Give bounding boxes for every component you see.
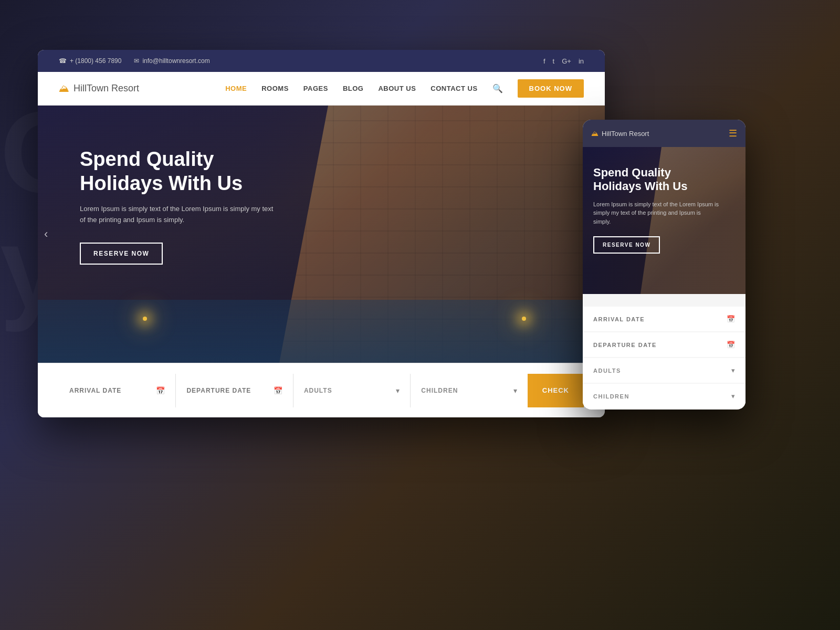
- mobile-adults-select[interactable]: ADULTS 1 2: [593, 368, 731, 374]
- nav-links: HOME ROOMS PAGES BLOG ABOUT US CONTACT U…: [225, 79, 584, 98]
- nav-rooms[interactable]: ROOMS: [261, 85, 289, 92]
- arrival-date-input[interactable]: [69, 387, 151, 394]
- desktop-booking-bar: 📅 📅 ADULTS 1 2 3 4 ▾ CHILDREN 0 1 2 3: [38, 363, 605, 417]
- topbar-email: ✉ info@hilltownresort.com: [134, 57, 209, 65]
- topbar-contact: ☎ + (1800) 456 7890 ✉ info@hilltownresor…: [59, 57, 210, 65]
- nav-about[interactable]: ABOUT US: [378, 85, 416, 92]
- nav-home[interactable]: HOME: [225, 85, 247, 92]
- hero-light-left: [143, 317, 147, 321]
- desktop-mockup: ☎ + (1800) 456 7890 ✉ info@hilltownresor…: [38, 50, 605, 417]
- mobile-departure-field: 📅: [583, 332, 746, 357]
- arrival-date-field: 📅: [59, 374, 176, 407]
- children-field: CHILDREN 0 1 2 3 ▾: [411, 374, 527, 407]
- mobile-adults-field: ADULTS 1 2 ▾: [583, 358, 746, 383]
- chevron-down-icon-adults: ▾: [396, 386, 400, 395]
- mobile-navbar: ⛰ HillTown Resort ☰: [583, 120, 746, 147]
- departure-date-field: 📅: [176, 374, 293, 407]
- calendar-icon-departure: 📅: [274, 386, 282, 395]
- topbar-social: f t G+ in: [543, 57, 584, 65]
- desktop-hero: ‹ Spend QualityHolidays With Us Lorem Ip…: [38, 106, 605, 363]
- mobile-reserve-now-button[interactable]: RESERVE NOW: [593, 236, 660, 254]
- chevron-down-icon-children: ▾: [513, 386, 517, 395]
- children-select[interactable]: CHILDREN 0 1 2 3: [421, 387, 508, 394]
- nav-pages[interactable]: PAGES: [303, 85, 328, 92]
- logo-mountain-icon: ⛰: [59, 82, 69, 94]
- mobile-hero-title: Spend Quality Holidays With Us: [593, 166, 693, 194]
- hero-pool-bg: [38, 300, 605, 363]
- mobile-hero-content: Spend Quality Holidays With Us Lorem Ips…: [583, 147, 746, 254]
- mobile-hero-description: Lorem Ipsum is simply text of the Lorem …: [593, 200, 719, 226]
- mobile-logo-text: HillTown Resort: [602, 130, 649, 138]
- mobile-booking-form: 📅 📅 ADULTS 1 2 ▾ CHILDREN 0 1 ▾: [583, 294, 746, 408]
- phone-icon: ☎: [59, 57, 67, 65]
- email-icon: ✉: [134, 57, 139, 65]
- mobile-logo: ⛰ HillTown Resort: [591, 129, 649, 138]
- booking-spacer: [583, 294, 746, 307]
- mobile-departure-input[interactable]: [593, 342, 727, 348]
- hero-title: Spend QualityHolidays With Us: [80, 148, 605, 195]
- nav-blog[interactable]: BLOG: [343, 85, 364, 92]
- mobile-hero: Spend Quality Holidays With Us Lorem Ips…: [583, 147, 746, 294]
- topbar-phone: ☎ + (1800) 456 7890: [59, 57, 121, 65]
- adults-field: ADULTS 1 2 3 4 ▾: [293, 374, 411, 407]
- logo-text: HillTown Resort: [74, 83, 139, 94]
- hero-prev-arrow[interactable]: ‹: [44, 227, 48, 241]
- hero-content: Spend QualityHolidays With Us Lorem Ipsu…: [38, 106, 605, 265]
- mobile-calendar-icon-arrival: 📅: [727, 315, 735, 323]
- facebook-icon[interactable]: f: [543, 57, 545, 65]
- linkedin-icon[interactable]: in: [579, 57, 584, 65]
- mobile-calendar-icon-departure: 📅: [727, 341, 735, 349]
- googleplus-icon[interactable]: G+: [562, 57, 571, 65]
- mobile-children-field: CHILDREN 0 1 ▾: [583, 384, 746, 408]
- desktop-topbar: ☎ + (1800) 456 7890 ✉ info@hilltownresor…: [38, 50, 605, 72]
- twitter-icon[interactable]: t: [553, 57, 555, 65]
- nav-contact[interactable]: CONTACT US: [430, 85, 477, 92]
- mobile-chevron-down-icon-adults: ▾: [731, 366, 735, 374]
- book-now-button[interactable]: BOOK NOW: [518, 79, 584, 98]
- mobile-logo-icon: ⛰: [591, 129, 598, 138]
- mobile-mockup: ⛰ HillTown Resort ☰ Spend Quality Holida…: [583, 120, 746, 410]
- mobile-chevron-down-icon-children: ▾: [731, 392, 735, 400]
- logo: ⛰ HillTown Resort: [59, 82, 139, 94]
- adults-select[interactable]: ADULTS 1 2 3 4: [304, 387, 391, 394]
- check-availability-button[interactable]: CHECK: [528, 374, 584, 407]
- mobile-children-select[interactable]: CHILDREN 0 1: [593, 393, 731, 400]
- mobile-arrival-field: 📅: [583, 307, 746, 331]
- search-icon[interactable]: 🔍: [492, 83, 503, 93]
- mobile-arrival-input[interactable]: [593, 316, 727, 322]
- calendar-icon-arrival: 📅: [156, 386, 165, 395]
- desktop-navbar: ⛰ HillTown Resort HOME ROOMS PAGES BLOG …: [38, 72, 605, 106]
- hero-light-right: [522, 317, 526, 321]
- reserve-now-button[interactable]: RESERVE NOW: [80, 243, 163, 265]
- departure-date-input[interactable]: [186, 387, 268, 394]
- hero-description: Lorem Ipsum is simply text of the Lorem …: [80, 204, 279, 226]
- mobile-menu-icon[interactable]: ☰: [729, 128, 737, 139]
